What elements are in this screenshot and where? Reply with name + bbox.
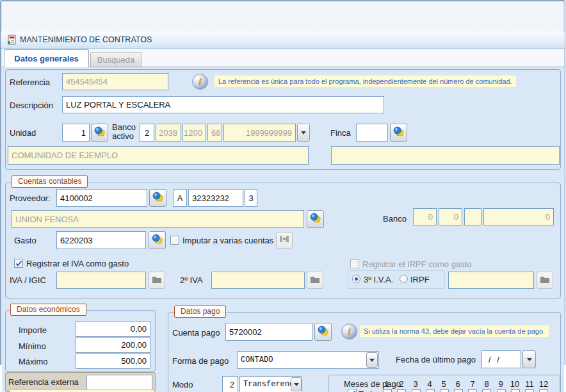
referencia-externa-field[interactable] (86, 375, 152, 390)
referencia-field[interactable]: 454545454 (62, 73, 168, 90)
unidad-search-button[interactable] (91, 124, 108, 142)
proveedor-search-button[interactable] (149, 189, 166, 207)
banco-entidad-field[interactable]: 2038 (156, 124, 181, 142)
forma-pago-dropdown-button[interactable] (366, 352, 378, 368)
tab-datos-generales[interactable]: Datos generales (4, 49, 89, 67)
imputar-label: Imputar a varias cuentas (182, 236, 273, 245)
mes-checkbox[interactable] (525, 389, 534, 392)
maximo-field[interactable]: 500,00 (76, 353, 150, 369)
mes-numero: 2 (396, 379, 407, 389)
mes-checkbox[interactable] (482, 389, 491, 392)
folder-icon (540, 275, 550, 286)
banco-proveedor-label: Banco (383, 214, 407, 224)
tercer-iva-folder-button (537, 272, 553, 289)
mes-numero: 3 (410, 379, 421, 389)
mes-checkbox[interactable] (454, 389, 463, 392)
search-icon (93, 126, 106, 140)
mes-numero: 1 (382, 379, 392, 389)
fecha-dropdown-button[interactable] (522, 350, 536, 368)
referencia-hint: La referencia es única para todo el prog… (214, 76, 516, 87)
chevron-down-icon (369, 359, 375, 362)
forma-pago-select[interactable]: CONTADO (237, 351, 379, 369)
mes-checkbox[interactable] (383, 389, 392, 392)
search-icon (317, 325, 329, 339)
finca-search-button[interactable] (390, 124, 407, 142)
segundo-iva-label: 2º IVA (180, 275, 203, 285)
search-icon (151, 234, 163, 247)
modo-dropdown-button[interactable] (291, 377, 302, 391)
banco-valor-field: 0 (483, 208, 554, 225)
referencia-externa-label: Referencia externa (8, 377, 79, 387)
imputar-checkbox[interactable] (170, 236, 179, 245)
modo-label: Modo (172, 380, 193, 389)
unidad-label: Unidad (10, 128, 36, 138)
descripcion-field[interactable]: LUZ PORTAL Y ESCALERA (62, 96, 384, 113)
segundo-iva-field (211, 272, 305, 289)
mes-numero: 12 (538, 379, 549, 389)
mes-checkbox[interactable] (440, 389, 449, 392)
app-icon (6, 35, 17, 48)
imputar-cuentas-button (276, 232, 293, 249)
finca-field[interactable] (356, 124, 388, 142)
proveedor-label: Proveedor: (10, 193, 51, 203)
tercer-iva-field (448, 272, 534, 289)
chevron-down-icon (301, 131, 306, 135)
registrar-iva-checkbox[interactable] (14, 259, 23, 268)
nif-letra-field[interactable]: A (173, 189, 187, 207)
unidad-field[interactable]: 1 (62, 124, 90, 142)
mes-checkbox[interactable] (539, 389, 548, 392)
mes-numero: 5 (439, 379, 449, 389)
titlebar[interactable]: MANTENIMIENTO DE CONTRATOS (1, 31, 565, 49)
mes-numero: 4 (424, 379, 435, 389)
mes-numero: 9 (496, 379, 506, 389)
mes-checkbox[interactable] (397, 389, 406, 392)
search-icon (309, 213, 321, 226)
importe-label: Importe (19, 325, 47, 335)
mes-checkbox[interactable] (468, 389, 477, 392)
fecha-ultimo-pago-field[interactable]: / / (481, 350, 521, 368)
irpf-radio[interactable] (400, 275, 408, 283)
folder-icon (310, 275, 320, 286)
chevron-down-icon (294, 383, 299, 386)
iva-igic-label: IVA / IGIC (10, 275, 46, 285)
comunidad-field: COMUNIDAD DE EJEMPLO (8, 146, 309, 165)
mes-checkbox[interactable] (511, 389, 520, 392)
meses-todos-checkbox[interactable] (348, 389, 357, 392)
screen: MANTENIMIENTO DE CONTRATOS Datos general… (0, 0, 566, 392)
modo-numero-field[interactable]: 2 (222, 376, 238, 392)
tercer-iva-radio-label: 3º I.V.A. (364, 275, 393, 284)
gasto-field[interactable]: 6220203 (56, 231, 146, 249)
mes-numero: 7 (467, 379, 478, 389)
clipped-hint-strip (10, 389, 154, 392)
gasto-search-button[interactable] (149, 231, 166, 249)
forma-pago-label: Forma de pago (172, 356, 229, 366)
mes-checkbox[interactable] (426, 389, 435, 392)
meses-todos-label: Todos (359, 389, 381, 392)
cuenta-pago-field[interactable]: 5720002 (225, 323, 312, 341)
banco-cuenta-field[interactable]: 1999999999 (223, 124, 296, 142)
importe-field[interactable]: 0,00 (76, 321, 150, 337)
cuenta-pago-search-button[interactable] (314, 323, 332, 341)
nif-numero-field[interactable]: 32323232 (188, 189, 243, 207)
segundo-iva-folder-button (307, 272, 323, 289)
banco-dc-field[interactable]: 68 (207, 124, 222, 142)
proveedor-field[interactable]: 4100002 (56, 189, 147, 207)
tercer-iva-radio[interactable] (352, 275, 360, 283)
banco-valor-field: 0 (439, 208, 462, 225)
window-title: MANTENIMIENTO DE CONTRATOS (20, 35, 152, 44)
check-icon (349, 390, 356, 392)
mes-numero: 10 (509, 379, 521, 389)
mes-checkbox[interactable] (497, 389, 506, 392)
nif-digito-field[interactable]: 3 (245, 189, 257, 207)
banco-oficina-field[interactable]: 1200 (182, 124, 206, 142)
proveedor-nombre-search-button[interactable] (307, 210, 324, 228)
finca-label: Finca (330, 128, 351, 138)
mes-checkbox[interactable] (412, 389, 421, 392)
tab-busqueda[interactable]: Busqueda (90, 52, 142, 67)
minimo-field[interactable]: 200,00 (76, 337, 150, 353)
minimo-label: Mínimo (19, 341, 46, 351)
banco-activo-field[interactable]: 2 (140, 124, 154, 142)
cuentas-group-label: Cuentas contables (12, 176, 88, 188)
mes-numero: 6 (453, 379, 463, 389)
banco-dropdown-button[interactable] (297, 124, 310, 142)
